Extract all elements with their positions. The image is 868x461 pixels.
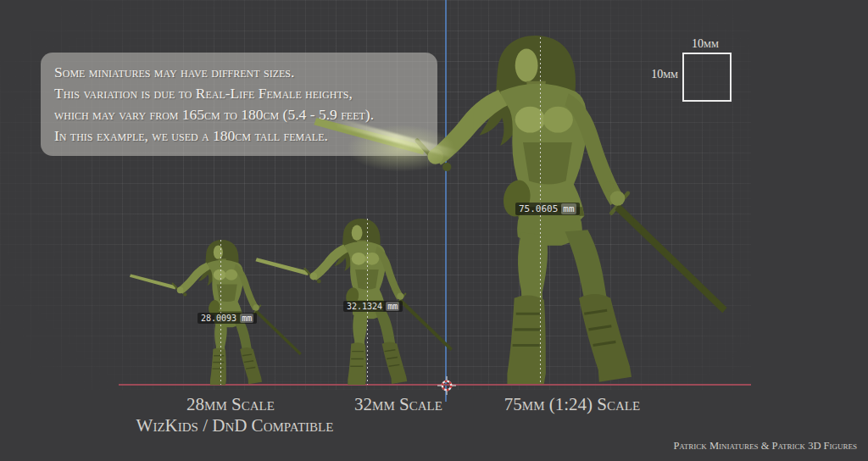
measurement-unit: mm <box>240 314 253 323</box>
reference-square-top-label: 10mm <box>681 37 730 51</box>
measurement-label-75mm: 75.0605mm <box>515 203 580 215</box>
reference-square-10mm <box>682 53 732 102</box>
scale-label-75mm: 75mm (1:24) Scale <box>504 394 640 415</box>
scale-label-28mm-compat: WizKids / DnD Compatible <box>136 415 334 436</box>
measurement-value: 75.0605 <box>519 203 558 214</box>
measurement-label-28mm: 28.0093mm <box>198 313 257 324</box>
scale-label-28mm: 28mm Scale <box>186 394 275 415</box>
measurement-unit: mm <box>386 302 399 311</box>
reference-square-side-label: 10mm <box>629 68 678 81</box>
measurement-value: 32.1324 <box>347 302 382 311</box>
measurement-label-32mm: 32.1324mm <box>343 301 403 312</box>
credit-text: Patrick Miniatures & Patrick 3D Figures <box>673 440 857 453</box>
viewport-3d[interactable]: Some miniatures may have diffrent sizes.… <box>0 0 868 461</box>
measurement-unit: mm <box>561 203 576 214</box>
scale-label-32mm: 32mm Scale <box>354 394 442 415</box>
measurement-value: 28.0093 <box>201 314 236 323</box>
cursor-3d-icon <box>437 376 456 395</box>
